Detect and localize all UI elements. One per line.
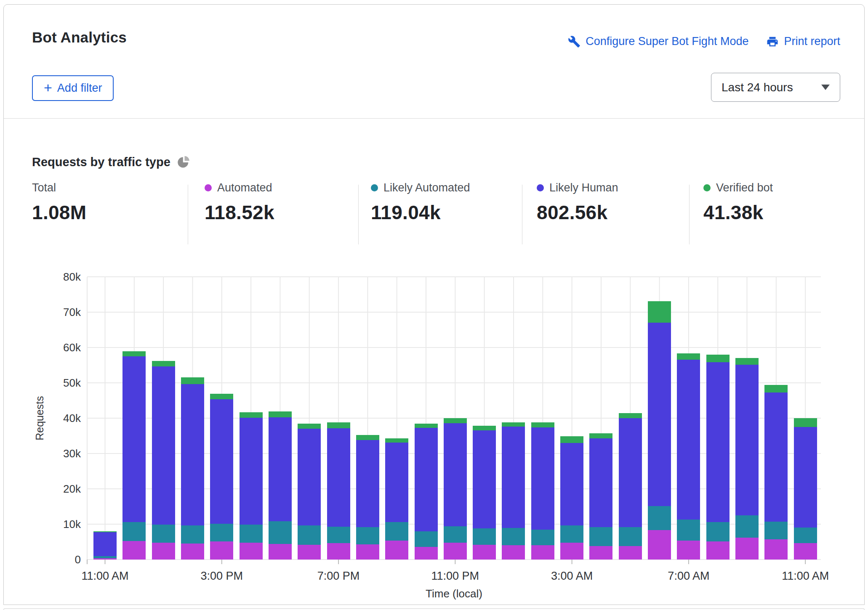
bar-11-00-am [93,531,117,560]
printer-icon [766,35,779,48]
svg-text:Requests: Requests [34,396,45,440]
stat-divider [358,185,359,244]
stat-total-value: 1.08M [32,201,86,224]
next-card-top-edge [3,608,865,610]
svg-text:60k: 60k [63,341,81,354]
svg-text:Time (local): Time (local) [426,587,482,600]
stat-verified-bot-value: 41.38k [703,201,773,224]
stat-automated-label: Automated [217,181,272,194]
stat-likely-human: Likely Human 802.56k [537,181,618,224]
bar-11-00-am [794,418,817,560]
svg-text:3:00 PM: 3:00 PM [200,570,243,582]
stat-likely-human-value: 802.56k [537,201,618,224]
bar-3-00-pm [210,394,233,560]
card-header: Bot Analytics Configure Super Bot Fight … [4,5,864,119]
likely-human-dot-icon [537,184,544,191]
bar-1-00-pm [152,361,175,560]
bar-5-00-pm [269,411,292,560]
configure-super-bot-fight-mode-link[interactable]: Configure Super Bot Fight Mode [568,35,748,48]
svg-text:70k: 70k [63,306,81,318]
stat-likely-automated-label: Likely Automated [383,181,470,194]
stat-divider [522,185,522,244]
bar-6-00-am [648,301,671,560]
bar-7-00-am [677,353,700,560]
configure-link-label: Configure Super Bot Fight Mode [586,35,748,48]
stat-likely-human-label: Likely Human [549,181,618,194]
bot-analytics-page: { "header": { "title": "Bot Analytics", … [0,0,868,610]
stacked-bar-chart: 010k20k30k40k50k60k70k80k11:00 AM3:00 PM… [0,252,868,610]
header-links: Configure Super Bot Fight Mode Print rep… [568,35,840,48]
svg-text:11:00 PM: 11:00 PM [431,570,479,582]
page-title: Bot Analytics [32,29,127,46]
bar-9-00-am [735,358,759,560]
svg-text:11:00 AM: 11:00 AM [782,570,829,582]
stat-divider [689,185,690,244]
pie-chart-icon [177,156,190,169]
bar-10-00-pm [415,424,438,560]
svg-text:80k: 80k [63,271,81,283]
add-filter-label: Add filter [57,82,102,95]
svg-text:40k: 40k [63,412,81,424]
add-filter-button[interactable]: + Add filter [32,75,114,101]
stat-total: Total 1.08M [32,181,86,224]
stat-automated-value: 118.52k [205,201,274,224]
bar-12-00-am [473,426,496,560]
bar-8-00-pm [356,435,379,560]
bar-12-00-pm [122,351,146,560]
svg-text:10k: 10k [63,518,81,530]
bar-3-00-am [560,436,583,560]
automated-dot-icon [205,184,212,191]
bar-6-00-pm [298,424,321,560]
bar-8-00-am [706,355,730,560]
wrench-icon [568,35,580,48]
section-heading-label: Requests by traffic type [32,155,170,169]
bar-1-00-am [502,422,525,560]
stat-likely-automated-value: 119.04k [371,201,470,224]
requests-chart[interactable]: 010k20k30k40k50k60k70k80k11:00 AM3:00 PM… [0,252,868,610]
stat-verified-bot-label: Verified bot [716,181,773,194]
bar-7-00-pm [327,422,350,560]
bar-4-00-pm [240,412,263,560]
svg-text:0: 0 [75,553,81,566]
bar-4-00-am [589,433,612,560]
chevron-down-icon [821,85,830,90]
svg-text:30k: 30k [63,447,81,460]
section-heading: Requests by traffic type [32,155,190,169]
stat-automated: Automated 118.52k [205,181,274,224]
bar-5-00-am [619,413,642,560]
print-link-label: Print report [784,35,840,48]
plus-icon: + [44,80,52,95]
traffic-type-stats: Total 1.08M Automated 118.52k Likely Aut… [4,181,864,244]
print-report-link[interactable]: Print report [766,35,840,48]
bar-10-00-am [764,385,788,560]
svg-text:7:00 PM: 7:00 PM [317,570,360,582]
svg-text:11:00 AM: 11:00 AM [81,570,128,582]
bar-2-00-am [531,422,554,560]
svg-text:50k: 50k [63,377,81,389]
bar-9-00-pm [385,438,408,560]
bar-11-00-pm [444,418,467,560]
time-range-value: Last 24 hours [722,81,793,94]
likely-automated-dot-icon [371,184,378,191]
stat-likely-automated: Likely Automated 119.04k [371,181,470,224]
svg-text:3:00 AM: 3:00 AM [551,570,593,582]
stat-total-label: Total [32,181,56,194]
svg-text:20k: 20k [63,483,81,495]
svg-text:7:00 AM: 7:00 AM [668,570,709,582]
verified-bot-dot-icon [703,184,711,191]
time-range-select[interactable]: Last 24 hours [711,73,840,102]
stat-divider [188,185,188,244]
bar-2-00-pm [181,377,204,560]
stat-verified-bot: Verified bot 41.38k [703,181,773,224]
